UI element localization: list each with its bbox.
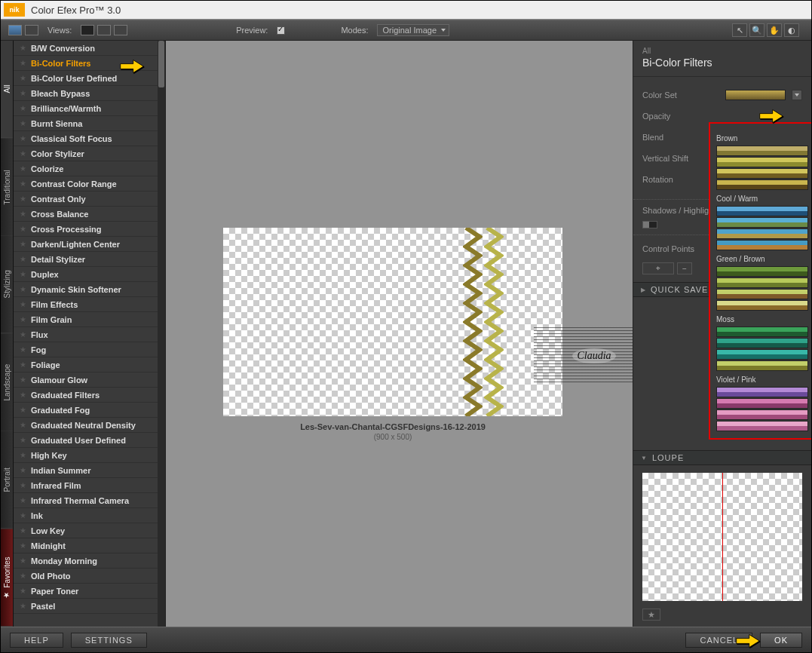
filter-item[interactable]: ★Colorize (14, 161, 165, 176)
star-icon[interactable]: ★ (20, 421, 26, 429)
star-icon[interactable]: ★ (20, 556, 26, 565)
star-icon[interactable]: ★ (20, 466, 26, 474)
star-icon[interactable]: ★ (20, 119, 26, 127)
color-set-dropdown[interactable]: BrownCool / WarmGreen / BrownMossViolet … (709, 122, 811, 440)
tab-traditional[interactable]: Traditional (1, 139, 13, 237)
color-swatch[interactable] (716, 179, 808, 190)
color-swatch[interactable] (716, 360, 808, 371)
star-icon[interactable]: ★ (20, 89, 26, 97)
star-icon[interactable]: ★ (20, 587, 26, 595)
star-icon[interactable]: ★ (20, 436, 26, 444)
color-swatch[interactable] (716, 277, 808, 288)
filter-item[interactable]: ★Graduated Fog (14, 403, 165, 418)
star-icon[interactable]: ★ (20, 391, 26, 399)
filter-item[interactable]: ★Pastel (14, 599, 165, 614)
cancel-button[interactable]: CANCEL (685, 633, 752, 648)
filter-item[interactable]: ★Flux (14, 327, 165, 342)
shadows-toggle[interactable] (642, 221, 657, 228)
star-icon[interactable]: ★ (20, 179, 26, 188)
color-swatch[interactable] (716, 421, 808, 431)
star-icon[interactable]: ★ (20, 330, 26, 339)
star-icon[interactable]: ★ (20, 164, 26, 173)
star-icon[interactable]: ★ (20, 225, 26, 233)
filter-item[interactable]: ★Paper Toner (14, 584, 165, 599)
star-icon[interactable]: ★ (20, 300, 26, 308)
filter-item[interactable]: ★B/W Conversion (14, 41, 165, 56)
filter-item[interactable]: ★Monday Morning (14, 553, 165, 569)
settings-button[interactable]: SETTINGS (71, 633, 147, 648)
add-control-point-button[interactable]: ⌖ (642, 262, 674, 274)
tab-portrait[interactable]: Portrait (1, 431, 13, 529)
color-swatch[interactable] (716, 398, 808, 409)
color-swatch[interactable] (716, 300, 808, 311)
star-icon[interactable]: ★ (20, 240, 26, 248)
color-swatch[interactable] (716, 349, 808, 360)
filter-item[interactable]: ★Film Effects (14, 297, 165, 312)
star-icon[interactable]: ★ (20, 451, 26, 459)
filter-item[interactable]: ★Glamour Glow (14, 372, 165, 388)
star-icon[interactable]: ★ (20, 511, 26, 520)
star-icon[interactable]: ★ (20, 406, 26, 414)
star-icon[interactable]: ★ (20, 285, 26, 293)
color-swatch[interactable] (716, 146, 808, 156)
filter-item[interactable]: ★Indian Summer (14, 463, 165, 478)
filter-item[interactable]: ★Darken/Lighten Center (14, 237, 165, 252)
color-swatch[interactable] (716, 206, 808, 216)
filter-item[interactable]: ★Dynamic Skin Softener (14, 282, 165, 297)
filter-item[interactable]: ★Brilliance/Warmth (14, 101, 165, 116)
filter-item[interactable]: ★Foliage (14, 357, 165, 372)
star-icon[interactable]: ★ (20, 74, 26, 82)
filter-item[interactable]: ★Bleach Bypass (14, 86, 165, 101)
color-swatch[interactable] (716, 217, 808, 228)
color-swatch[interactable] (716, 157, 808, 167)
color-set-dropdown-button[interactable] (792, 90, 802, 100)
preview-canvas[interactable]: Claudia Les-Sev-van-Chantal-CGSFDesigns-… (166, 41, 633, 627)
view-layout-3-icon[interactable] (114, 25, 127, 35)
help-button[interactable]: HELP (10, 633, 63, 648)
star-icon[interactable]: ★ (20, 270, 26, 278)
color-swatch[interactable] (716, 326, 808, 337)
zoom-tool-icon[interactable]: 🔍 (749, 23, 765, 37)
filter-item[interactable]: ★Cross Balance (14, 207, 165, 222)
filter-item[interactable]: ★Graduated Filters (14, 388, 165, 403)
star-icon[interactable]: ★ (20, 210, 26, 218)
view-mode-single-icon[interactable] (8, 25, 22, 35)
star-icon[interactable]: ★ (20, 376, 26, 384)
hand-tool-icon[interactable]: ✋ (767, 23, 782, 37)
star-icon[interactable]: ★ (20, 572, 26, 580)
filter-item[interactable]: ★Infrared Film (14, 478, 165, 493)
filter-item[interactable]: ★Old Photo (14, 569, 165, 584)
bg-toggle-icon[interactable]: ◐ (784, 23, 799, 37)
scrollbar-thumb[interactable] (158, 41, 164, 87)
loupe-preview[interactable] (642, 473, 802, 601)
star-icon[interactable]: ★ (20, 315, 26, 323)
color-swatch[interactable] (716, 409, 808, 420)
star-icon[interactable]: ★ (20, 195, 26, 203)
color-swatch[interactable] (716, 387, 808, 397)
loupe-header[interactable]: ▼ LOUPE (633, 450, 811, 465)
view-layout-1-icon[interactable] (81, 25, 94, 35)
filter-item[interactable]: ★Film Grain (14, 312, 165, 327)
star-icon[interactable]: ★ (20, 602, 26, 610)
filter-item[interactable]: ★Burnt Sienna (14, 116, 165, 131)
filter-item[interactable]: ★Infrared Thermal Camera (14, 493, 165, 508)
star-icon[interactable]: ★ (20, 255, 26, 263)
filter-item[interactable]: ★Low Key (14, 523, 165, 538)
star-icon[interactable]: ★ (20, 59, 26, 67)
filter-list-scrollbar[interactable] (158, 41, 165, 627)
filter-item[interactable]: ★Contrast Color Range (14, 176, 165, 192)
star-icon[interactable]: ★ (20, 44, 26, 52)
tab-favorites[interactable]: ★Favorites (1, 529, 13, 627)
star-icon[interactable]: ★ (20, 526, 26, 535)
preview-checkbox[interactable] (277, 26, 285, 35)
tab-all[interactable]: All (1, 41, 13, 139)
color-swatch[interactable] (716, 240, 808, 250)
star-icon[interactable]: ★ (20, 496, 26, 504)
filter-item[interactable]: ★Duplex (14, 267, 165, 282)
filter-list[interactable]: ★B/W Conversion★Bi-Color Filters★Bi-Colo… (14, 41, 165, 614)
filter-item[interactable]: ★Fog (14, 342, 165, 357)
filter-item[interactable]: ★Cross Processing (14, 222, 165, 237)
star-icon[interactable]: ★ (20, 345, 26, 354)
view-layout-2-icon[interactable] (97, 25, 111, 35)
tab-stylizing[interactable]: Stylizing (1, 236, 13, 334)
